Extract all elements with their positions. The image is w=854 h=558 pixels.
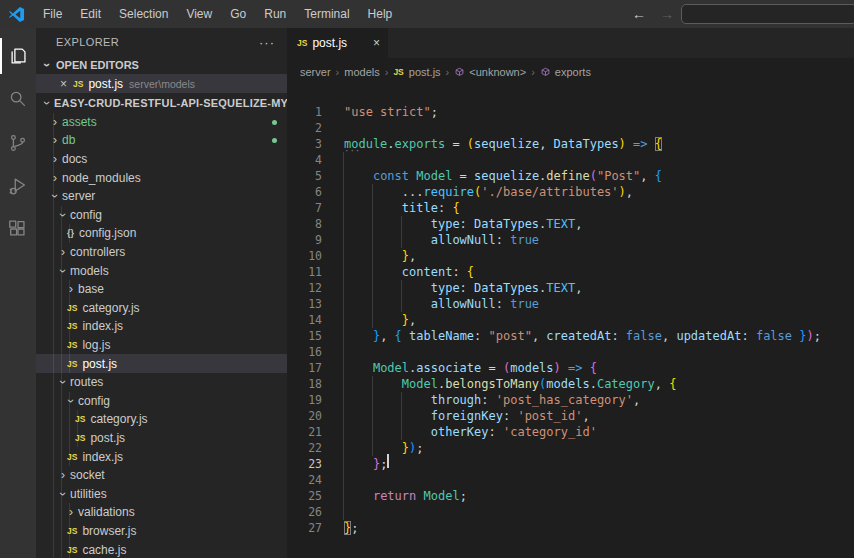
menu-item-run[interactable]: Run xyxy=(255,0,295,28)
breadcrumb-item--unknown-[interactable]: <unknown> xyxy=(454,66,526,78)
tree-item-label: models xyxy=(70,264,109,278)
line-number: 26 xyxy=(287,504,322,520)
tree-folder-controllers[interactable]: ›controllers xyxy=(36,243,287,262)
command-center-search[interactable] xyxy=(681,4,854,24)
editor-indent-guide xyxy=(401,392,402,440)
code-line[interactable]: 23 }; xyxy=(287,456,854,472)
line-number: 12 xyxy=(287,280,322,296)
code-line[interactable]: 25 return Model; xyxy=(287,488,854,504)
code-line[interactable]: 16 xyxy=(287,344,854,360)
tree-folder-db[interactable]: ›db xyxy=(36,131,287,150)
code-line[interactable]: 15 }, { tableName: "post", createdAt: fa… xyxy=(287,328,854,344)
breadcrumb-item-post.js[interactable]: JSpost.js xyxy=(393,66,440,78)
code-token: const xyxy=(373,169,409,183)
tree-file-browser.js[interactable]: JSbrowser.js xyxy=(36,522,287,541)
activity-explorer-icon[interactable] xyxy=(0,38,36,74)
tree-folder-easy-crud-restful-api-sequelize-mysql[interactable]: ›EASY-CRUD-RESTFUL-API-SEQUELIZE-MYSQL xyxy=(36,94,287,113)
tree-file-category.js[interactable]: JScategory.js xyxy=(36,410,287,429)
close-icon[interactable]: × xyxy=(60,77,67,91)
code-token: ( xyxy=(590,169,597,183)
nav-forward-icon[interactable]: → xyxy=(653,6,681,22)
code-line[interactable]: 17 Model.associate = (models) => { xyxy=(287,360,854,376)
js-file-icon: JS xyxy=(73,79,83,89)
tree-folder-routes[interactable]: ›routes xyxy=(36,373,287,392)
tab-close-icon[interactable]: × xyxy=(373,36,380,50)
tree-indent-guide xyxy=(69,280,70,373)
tree-folder-socket[interactable]: ›socket xyxy=(36,466,287,485)
code-token: ) xyxy=(807,329,814,343)
menu-item-file[interactable]: File xyxy=(34,0,71,28)
activity-search-icon[interactable] xyxy=(0,81,36,117)
tree-folder-utilities[interactable]: ›utilities xyxy=(36,484,287,503)
code-line-text: }; xyxy=(344,520,358,536)
code-editor[interactable]: 1"use strict";23module.exports = (sequel… xyxy=(287,86,854,536)
code-token: exports xyxy=(395,137,446,151)
tree-folder-models[interactable]: ›models xyxy=(36,261,287,280)
code-line[interactable]: 27}; xyxy=(287,520,854,536)
breadcrumb-item-exports[interactable]: exports xyxy=(540,66,591,78)
nav-back-icon[interactable]: ← xyxy=(625,6,653,22)
chevron-right-icon: › xyxy=(56,468,70,482)
tree-file-cache.js[interactable]: JScache.js xyxy=(36,540,287,558)
code-line[interactable]: 24 xyxy=(287,472,854,488)
code-line[interactable]: 5 const Model = sequelize.define("Post",… xyxy=(287,168,854,184)
line-number: 6 xyxy=(287,184,322,200)
tree-folder-server[interactable]: ›server xyxy=(36,187,287,206)
tree-indent-guide xyxy=(69,392,70,466)
tree-folder-docs[interactable]: ›docs xyxy=(36,150,287,169)
git-untracked-dot xyxy=(272,120,277,125)
menu-item-selection[interactable]: Selection xyxy=(110,0,177,28)
code-line-text: "use strict"; xyxy=(344,104,438,120)
code-line[interactable]: 4 xyxy=(287,152,854,168)
tree-file-log.js[interactable]: JSlog.js xyxy=(36,336,287,355)
menu-item-help[interactable]: Help xyxy=(359,0,402,28)
open-editors-section[interactable]: › OPEN EDITORS xyxy=(36,56,287,74)
line-number: 18 xyxy=(287,376,322,392)
menu-item-go[interactable]: Go xyxy=(221,0,255,28)
menu-item-terminal[interactable]: Terminal xyxy=(295,0,358,28)
tree-item-label: config.json xyxy=(79,226,136,240)
tree-folder-config[interactable]: ›config xyxy=(36,206,287,225)
menu-item-edit[interactable]: Edit xyxy=(71,0,110,28)
code-line[interactable]: 2 xyxy=(287,120,854,136)
code-line-text: Model.belongsToMany(models.Category, { xyxy=(344,376,676,392)
tree-folder-validations[interactable]: ›validations xyxy=(36,503,287,522)
breadcrumb-item-server[interactable]: server xyxy=(300,66,331,78)
tree-file-post.js[interactable]: JSpost.js xyxy=(36,429,287,448)
code-token: : xyxy=(460,217,474,231)
editor-group: JS post.js × server›models›JSpost.js›<un… xyxy=(287,28,854,558)
tree-file-index.js[interactable]: JSindex.js xyxy=(36,447,287,466)
menu-item-view[interactable]: View xyxy=(177,0,221,28)
more-actions-icon[interactable]: ··· xyxy=(259,35,275,50)
code-line-text: module.exports = (sequelize, DataTypes) … xyxy=(344,136,662,152)
open-editor-item-postjs[interactable]: × JS post.js server\models xyxy=(36,74,287,93)
file-tree: ›EASY-CRUD-RESTFUL-API-SEQUELIZE-MYSQL›a… xyxy=(36,94,287,558)
code-line[interactable]: 26 xyxy=(287,504,854,520)
tree-folder-node-modules[interactable]: ›node_modules xyxy=(36,168,287,187)
activity-extensions-icon[interactable] xyxy=(0,211,36,247)
code-token: , xyxy=(626,185,633,199)
tree-file-index.js[interactable]: JSindex.js xyxy=(36,317,287,336)
tree-item-label: controllers xyxy=(70,245,125,259)
tab-postjs[interactable]: JS post.js × xyxy=(287,28,388,58)
code-token xyxy=(416,489,423,503)
js-file-icon: JS xyxy=(297,38,307,48)
tree-folder-base[interactable]: ›base xyxy=(36,280,287,299)
code-token: DataTypes xyxy=(554,137,619,151)
code-token: ; xyxy=(380,457,387,471)
code-line[interactable]: 3module.exports = (sequelize, DataTypes)… xyxy=(287,136,854,152)
breadcrumb-separator-icon: › xyxy=(380,66,394,78)
tree-file-category.js[interactable]: JScategory.js xyxy=(36,299,287,318)
tree-file-post.js[interactable]: JSpost.js xyxy=(36,354,287,373)
code-token: ; xyxy=(416,441,423,455)
line-number: 22 xyxy=(287,440,322,456)
activity-source-control-icon[interactable] xyxy=(0,125,36,161)
symbol-namespace-icon xyxy=(540,67,555,78)
code-line[interactable]: 1"use strict"; xyxy=(287,104,854,120)
activity-run-debug-icon[interactable] xyxy=(0,168,36,204)
code-token xyxy=(626,137,633,151)
tree-folder-config[interactable]: ›config xyxy=(36,392,287,411)
breadcrumb-item-models[interactable]: models xyxy=(344,66,379,78)
tree-folder-assets[interactable]: ›assets xyxy=(36,113,287,132)
tree-file-config.json[interactable]: {}config.json xyxy=(36,224,287,243)
